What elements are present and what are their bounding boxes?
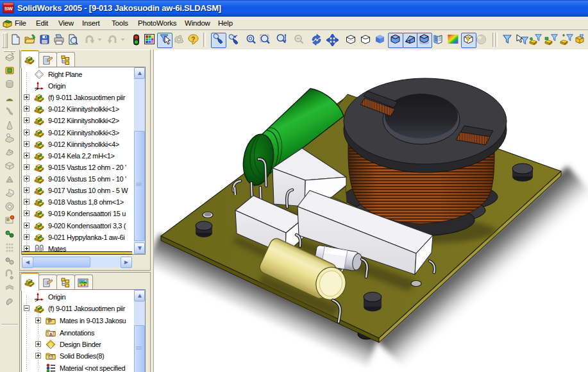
svg-text:SW: SW [4, 6, 13, 12]
svg-text:A: A [49, 332, 53, 337]
svg-text:?: ? [191, 36, 195, 43]
